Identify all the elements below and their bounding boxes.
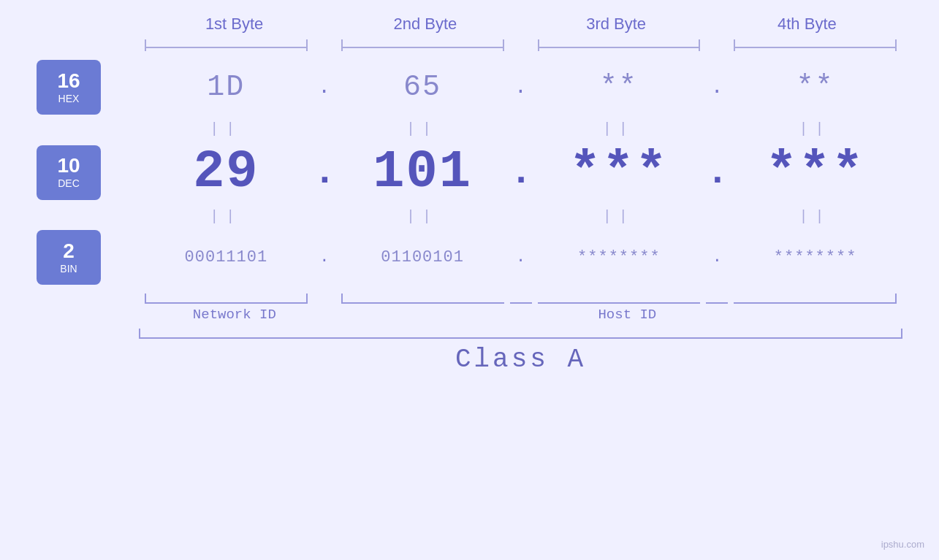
host-line-b3 — [538, 302, 701, 304]
dec-dot1: . — [313, 151, 335, 194]
host-bracket-b2 — [341, 289, 504, 304]
bracket-spacer3 — [706, 39, 728, 54]
dec-badge-label: DEC — [58, 177, 80, 189]
net-bracket-b1 — [145, 289, 308, 304]
bin-dot2: . — [510, 248, 532, 266]
bin-badge-number: 2 — [63, 241, 75, 261]
dec-badge: 10 DEC — [37, 145, 101, 200]
main-container: 1st Byte 2nd Byte 3rd Byte 4th Byte 16 H… — [0, 0, 939, 560]
bracket-b4-right — [895, 39, 897, 51]
bracket-b4 — [734, 39, 897, 54]
byte4-header: 4th Byte — [712, 15, 902, 39]
full-bracket — [139, 329, 902, 339]
host-bracket-b3 — [538, 289, 701, 304]
host-right-b4 — [895, 294, 897, 304]
bracket-b2-right — [503, 39, 504, 51]
hex-dot1: . — [313, 76, 335, 99]
byte1-header: 1st Byte — [139, 15, 330, 39]
net-bracket-left — [145, 294, 146, 304]
eq2-b2: || — [335, 208, 510, 225]
bin-row: 2 BIN 00011101 . 01100101 . ******** . *… — [37, 230, 902, 285]
net-bracket-right — [306, 294, 308, 304]
dec-b4: *** — [728, 142, 902, 202]
hex-b4: ** — [728, 71, 902, 104]
class-label: Class A — [455, 345, 586, 375]
eq1-cells: || || || || — [139, 120, 902, 137]
bin-b4: ******** — [728, 248, 902, 266]
eq1-b3: || — [532, 120, 707, 137]
eq1-b1: || — [139, 120, 313, 137]
host-line-b2 — [341, 302, 504, 304]
eq1-b4: || — [728, 120, 902, 137]
bin-badge-label: BIN — [60, 263, 77, 275]
dec-b1: 29 — [139, 142, 313, 202]
dec-b2: 101 — [335, 142, 510, 202]
hex-dot2: . — [510, 76, 532, 99]
bracket-b3-right — [699, 39, 700, 51]
bin-cells: 00011101 . 01100101 . ******** . *******… — [139, 248, 902, 266]
host-left-b2 — [341, 294, 343, 304]
bin-b3: ******** — [532, 248, 707, 266]
network-id-label: Network ID — [145, 307, 324, 323]
host-bracket-b4 — [734, 289, 897, 304]
bot-dot-spacer3 — [706, 289, 728, 304]
dec-cells: 29 . 101 . *** . *** — [139, 142, 902, 202]
hex-b1: 1D — [139, 71, 313, 104]
host-line-b4 — [734, 302, 897, 304]
bin-b2: 01100101 — [335, 248, 510, 266]
bin-badge: 2 BIN — [37, 230, 101, 285]
dec-badge-number: 10 — [57, 156, 80, 176]
byte3-header: 3rd Byte — [521, 15, 712, 39]
hex-dot3: . — [706, 76, 728, 99]
bin-dot3: . — [706, 248, 728, 266]
bot-dot-spacer2 — [510, 289, 532, 304]
bracket-b3 — [538, 39, 701, 54]
equals-row-1: || || || || — [37, 115, 902, 142]
hex-b2: 65 — [335, 71, 510, 104]
bracket-spacer2 — [510, 39, 532, 54]
eq2-cells: || || || || — [139, 208, 902, 225]
bracket-b1-right — [306, 39, 308, 51]
byte2-header: 2nd Byte — [330, 15, 520, 39]
dec-row: 10 DEC 29 . 101 . *** . *** — [37, 142, 902, 202]
id-labels: Network ID Host ID — [37, 307, 902, 323]
hex-cells: 1D . 65 . ** . ** — [139, 71, 902, 104]
eq2-b1: || — [139, 208, 313, 225]
bin-b1: 00011101 — [139, 248, 313, 266]
host-dot-line2 — [510, 302, 532, 304]
host-id-label-wrapper: Host ID — [358, 307, 897, 323]
net-bracket-line — [145, 302, 308, 304]
hex-row: 16 HEX 1D . 65 . ** . ** — [37, 60, 902, 115]
top-brackets — [37, 39, 902, 54]
hex-badge-label: HEX — [58, 93, 80, 104]
id-spacer1 — [330, 307, 352, 323]
eq1-b2: || — [335, 120, 510, 137]
class-row: Class A — [37, 345, 902, 375]
dec-dot2: . — [510, 151, 532, 194]
bracket-spacer1 — [313, 39, 335, 54]
equals-row-2: || || || || — [37, 202, 902, 230]
bracket-b1 — [145, 39, 308, 54]
watermark: ipshu.com — [881, 539, 924, 550]
full-bracket-wrapper — [37, 329, 902, 339]
host-dot-line3 — [706, 302, 728, 304]
bin-dot1: . — [313, 248, 335, 266]
hex-b3: ** — [532, 71, 707, 104]
bot-dot-spacer1 — [313, 289, 335, 304]
dec-b3: *** — [532, 142, 707, 202]
bottom-brackets — [37, 289, 902, 304]
dec-dot3: . — [706, 151, 728, 194]
byte-headers: 1st Byte 2nd Byte 3rd Byte 4th Byte — [37, 15, 902, 39]
host-id-label: Host ID — [598, 307, 656, 323]
bracket-b2 — [341, 39, 504, 54]
hex-badge-number: 16 — [57, 71, 80, 91]
eq2-b3: || — [532, 208, 707, 225]
eq2-b4: || — [728, 208, 902, 225]
hex-badge: 16 HEX — [37, 60, 101, 115]
